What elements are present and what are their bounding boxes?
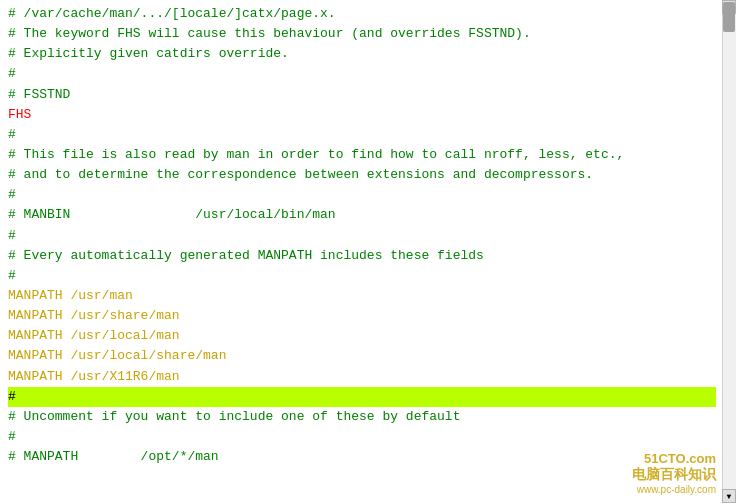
line: MANPATH /usr/share/man — [8, 306, 716, 326]
line: # — [8, 387, 716, 407]
editor-container: # /var/cache/man/.../[locale/]catx/page.… — [0, 0, 736, 503]
line: # — [8, 427, 716, 447]
line: # The keyword FHS will cause this behavi… — [8, 24, 716, 44]
scrollbar-thumb[interactable] — [723, 2, 735, 32]
code-area[interactable]: # /var/cache/man/.../[locale/]catx/page.… — [0, 0, 736, 503]
line: # and to determine the correspondence be… — [8, 165, 716, 185]
watermark-brand: 电脑百科知识 — [632, 466, 716, 484]
line: # — [8, 266, 716, 286]
line: # FSSTND — [8, 85, 716, 105]
line: MANPATH /usr/local/man — [8, 326, 716, 346]
line: MANPATH /usr/man — [8, 286, 716, 306]
line: MANPATH /usr/X11R6/man — [8, 367, 716, 387]
line: MANPATH /usr/local/share/man — [8, 346, 716, 366]
line: FHS — [8, 105, 716, 125]
watermark-site-bottom: www.pc-daily.com — [632, 484, 716, 495]
line: # — [8, 226, 716, 246]
line: # MANBIN /usr/local/bin/man — [8, 205, 716, 225]
scrollbar-arrow-down[interactable]: ▼ — [722, 489, 736, 503]
line: # MANPATH /opt/*/man — [8, 447, 716, 467]
line: # Explicitly given catdirs override. — [8, 44, 716, 64]
watermark-site-top: 51CTO.com — [632, 451, 716, 466]
line: # Uncomment if you want to include one o… — [8, 407, 716, 427]
scrollbar[interactable]: ▲ ▼ — [722, 0, 736, 503]
line: # — [8, 125, 716, 145]
lines-container: # /var/cache/man/.../[locale/]catx/page.… — [8, 4, 716, 467]
line: # Every automatically generated MANPATH … — [8, 246, 716, 266]
line: # — [8, 64, 716, 84]
line: # — [8, 185, 716, 205]
line: # /var/cache/man/.../[locale/]catx/page.… — [8, 4, 716, 24]
watermark: 51CTO.com 电脑百科知识 www.pc-daily.com — [632, 451, 716, 495]
line: # This file is also read by man in order… — [8, 145, 716, 165]
